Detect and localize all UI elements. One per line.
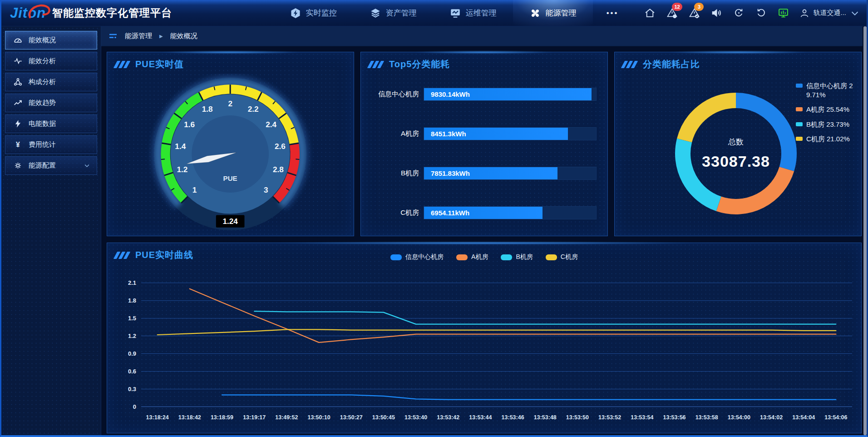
sidebar-item-label: 能效分析 (29, 57, 56, 65)
chevron-down-icon (84, 162, 90, 169)
bar-row-1: A机房8451.3kWh (365, 127, 597, 140)
sidebar-item-6[interactable]: 能源配置 (5, 156, 97, 175)
panel-top5-energy: Top5分类能耗 信息中心机房9830.14kWhA机房8451.3kWhB机房… (360, 52, 608, 236)
svg-text:1.5: 1.5 (128, 315, 136, 322)
svg-text:13:53:42: 13:53:42 (437, 414, 459, 421)
gauge-icon (13, 35, 23, 45)
bar-row-2: B机房7851.83kWh (365, 167, 597, 180)
legend-marker (390, 254, 402, 260)
energy-fan-icon (529, 7, 541, 19)
sidebar-item-3[interactable]: 能效趋势 (5, 94, 97, 112)
composition-icon (13, 77, 23, 87)
bar-value-label: 9830.14kWh (424, 90, 470, 98)
legend-label: C机房 21.02% (806, 134, 850, 144)
svg-text:13:53:58: 13:53:58 (695, 414, 718, 421)
svg-text:1.2: 1.2 (128, 333, 136, 339)
line-series-0 (222, 395, 836, 399)
svg-text:13:53:54: 13:53:54 (631, 414, 653, 421)
nav-item-2[interactable]: 运维管理 (433, 0, 513, 26)
panel-slashes-icon (369, 61, 384, 68)
alarm-confirmed-icon[interactable]: 3 (688, 7, 700, 19)
sidebar-item-label: 能效趋势 (29, 99, 56, 107)
user-icon (799, 8, 809, 18)
panel-pue-curve: PUE实时曲线 信息中心机房A机房B机房C机房 00.30.60.91.21.5… (107, 243, 862, 433)
breadcrumb: 能源管理 ▶ 能效概况 (101, 26, 863, 46)
volume-icon[interactable] (710, 7, 722, 19)
donut-legend-item-1[interactable]: A机房 25.54% (796, 105, 856, 114)
panel-title-line: PUE实时曲线 (135, 249, 193, 261)
svg-text:1.8: 1.8 (202, 104, 213, 114)
panel-header: 分类能耗占比 (615, 52, 861, 73)
panel-title-gauge: PUE实时值 (135, 58, 184, 70)
svg-text:2.6: 2.6 (275, 142, 286, 151)
panel-slashes-icon (115, 61, 130, 68)
svg-text:2: 2 (228, 99, 233, 108)
monitor-status-icon[interactable] (777, 7, 789, 19)
donut-legend: 信息中心机房 29.71%A机房 25.54%B机房 23.73%C机房 21.… (796, 81, 856, 149)
top-icons: ? 12 3 (632, 0, 868, 26)
svg-text:1.4: 1.4 (175, 142, 186, 151)
user-menu[interactable]: 轨道交通... (799, 8, 860, 18)
scrollbar[interactable] (863, 26, 867, 435)
line-legend-item-1[interactable]: A机房 (456, 253, 488, 261)
home-icon[interactable] (644, 7, 656, 19)
svg-text:13:53:46: 13:53:46 (502, 414, 524, 421)
donut-legend-item-3[interactable]: C机房 21.02% (796, 134, 856, 144)
bar-category-label: 信息中心机房 (365, 90, 424, 99)
top5-bar-chart: 信息中心机房9830.14kWhA机房8451.3kWhB机房7851.83kW… (361, 73, 607, 236)
sidebar-item-label: 能效概况 (29, 36, 56, 45)
sidebar-item-5[interactable]: ¥费用统计 (5, 135, 97, 154)
sidebar-item-label: 能源配置 (29, 161, 56, 170)
svg-text:13:49:52: 13:49:52 (275, 414, 298, 421)
svg-text:1.6: 1.6 (184, 120, 195, 129)
line-series-1 (190, 289, 836, 343)
panel-energy-share: 分类能耗占比 总数 33087.38 信息中心机房 29.71%A机房 25.5… (614, 52, 862, 236)
refresh-ccw-icon[interactable] (733, 7, 745, 19)
breadcrumb-parent[interactable]: 能源管理 (125, 32, 152, 40)
svg-text:13:53:56: 13:53:56 (663, 414, 686, 421)
svg-text:2.8: 2.8 (273, 165, 284, 174)
nav-item-label: 运维管理 (466, 8, 497, 18)
svg-text:?: ? (674, 15, 676, 19)
svg-text:13:53:44: 13:53:44 (469, 414, 492, 421)
main-area: 能源管理 ▶ 能效概况 PUE实时值 11.21.41.61.822.22.42… (101, 26, 863, 435)
line-legend-item-2[interactable]: B机房 (501, 253, 533, 261)
nav-item-3[interactable]: 能源管理 (513, 0, 593, 26)
sidebar-item-0[interactable]: 能效概况 (5, 31, 97, 50)
sidebar-item-2[interactable]: 构成分析 (5, 73, 97, 91)
donut-slice-2 (683, 140, 719, 204)
svg-text:1: 1 (192, 185, 197, 194)
line-legend-item-0[interactable]: 信息中心机房 (390, 253, 444, 261)
legend-marker (501, 254, 512, 260)
svg-text:13:50:45: 13:50:45 (372, 414, 395, 421)
sidebar-item-1[interactable]: 能效分析 (5, 52, 97, 70)
svg-text:13:54:00: 13:54:00 (728, 414, 750, 421)
svg-text:13:54:02: 13:54:02 (760, 414, 783, 421)
alarm-unconfirmed-icon[interactable]: ? 12 (666, 7, 678, 19)
donut-legend-item-0[interactable]: 信息中心机房 29.71% (796, 81, 856, 99)
bar-category-label: A机房 (365, 129, 424, 138)
legend-label: A机房 (471, 253, 488, 261)
nav-item-0[interactable]: 实时监控 (273, 0, 353, 26)
nav-item-label: 能源管理 (546, 8, 577, 18)
gear-icon (13, 161, 23, 170)
energy-share-donut-chart: 总数 33087.38 信息中心机房 29.71%A机房 25.54%B机房 2… (615, 73, 861, 236)
svg-text:2.4: 2.4 (266, 120, 277, 129)
svg-text:0.9: 0.9 (128, 350, 136, 357)
legend-marker (796, 122, 803, 126)
collapse-menu-icon[interactable] (108, 32, 118, 41)
sidebar-item-4[interactable]: 电能数据 (5, 114, 97, 133)
line-legend-item-3[interactable]: C机房 (546, 253, 578, 261)
bar-category-label: C机房 (365, 209, 424, 217)
legend-marker (796, 107, 803, 111)
nav-item-label: 实时监控 (306, 8, 337, 18)
breadcrumb-arrow-icon: ▶ (159, 34, 163, 39)
top-bar: Jiton 智能监控数字化管理平台 实时监控资产管理运维管理能源管理 ••• ?… (0, 0, 868, 26)
nav-item-1[interactable]: 资产管理 (353, 0, 433, 26)
nav-more-button[interactable]: ••• (593, 0, 632, 26)
donut-legend-item-2[interactable]: B机房 23.73% (796, 120, 856, 129)
refresh-cw-icon[interactable] (755, 7, 767, 19)
donut-slice-0 (736, 100, 789, 169)
svg-text:13:54:04: 13:54:04 (792, 414, 815, 421)
donut-slice-1 (719, 169, 787, 207)
